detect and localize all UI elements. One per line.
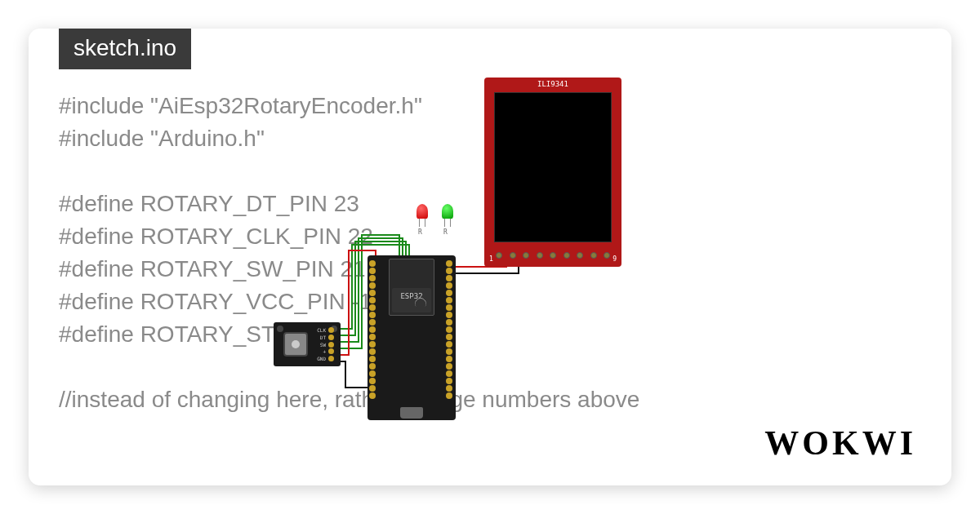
esp32-pin [369,378,376,384]
esp32-pin [369,326,376,333]
esp32-pin [369,282,376,289]
esp32-pin [369,304,376,311]
mount-hole [277,326,283,332]
led-leg [450,219,451,227]
rotary-pin-row: SW [314,342,339,348]
lcd-pin [550,252,556,259]
rotary-pin-row: DT [314,335,339,340]
esp32-pin [446,275,452,281]
esp32-pin [369,392,376,399]
led-green[interactable]: R [442,204,453,219]
led-leg [419,219,420,227]
rotary-pin-hole [328,356,334,361]
rotary-pin-label: DT [314,335,326,340]
lcd-pin [590,252,597,259]
lcd-model-label: ILI9341 [484,80,621,88]
esp32-pin [369,341,376,348]
lcd-pin-label-right: 9 [612,255,617,263]
esp32-board[interactable]: ESP32 [368,255,456,420]
lcd-pin [604,252,610,259]
esp32-pin [446,268,452,274]
esp32-pin [446,290,452,296]
rotary-pin-label: SW [314,342,326,348]
rotary-pins: CLKDTSW+GND [314,327,339,361]
led-red-label: R [418,228,422,236]
circuit-canvas: ILI9341 1 9 R R ESP32 [274,78,731,428]
esp32-pin [446,363,452,370]
esp32-pins-right [446,260,454,399]
rotary-pin-row: + [314,348,339,354]
esp32-pin [446,392,452,399]
lcd-pin [523,252,529,259]
lcd-pin [537,252,543,259]
esp32-pin [446,356,452,362]
rotary-pin-label: CLK [314,327,326,333]
esp32-usb-port [400,407,423,419]
esp32-pin [369,363,376,370]
esp32-pin [446,326,452,333]
lcd-ili9341[interactable]: ILI9341 1 9 [484,78,621,267]
esp32-pin [446,378,452,384]
lcd-pin [577,252,583,259]
esp32-pin [369,275,376,281]
lcd-pin [510,252,516,259]
rotary-pin-label: + [314,348,326,354]
esp32-pin [446,304,452,311]
wokwi-logo: WOKWI [764,423,916,463]
lcd-pin [564,252,570,259]
lcd-screen [494,92,612,242]
esp32-pin [369,319,376,326]
esp32-pin [369,260,376,267]
esp32-pin [369,385,376,392]
esp32-pin [369,348,376,355]
esp32-pin [369,290,376,296]
project-card: sketch.ino #include "AiEsp32RotaryEncode… [29,29,951,485]
esp32-pin [446,282,452,289]
esp32-pin [369,356,376,362]
esp32-pin [446,348,452,355]
led-leg [425,219,425,227]
esp32-pin [369,268,376,274]
file-tab-label: sketch.ino [74,35,176,60]
file-tab[interactable]: sketch.ino [59,29,191,69]
rotary-pin-hole [328,342,334,348]
esp32-pin [446,297,452,304]
rotary-pin-row: GND [314,356,339,361]
esp32-pin [369,334,376,340]
led-leg [444,219,445,227]
esp32-pin [446,319,452,326]
rotary-pin-hole [328,327,334,333]
rotary-pin-label: GND [314,356,326,361]
esp32-pin [369,297,376,304]
rotary-pin-hole [328,335,334,340]
esp32-pin [446,334,452,340]
rotary-knob[interactable] [283,332,308,357]
led-green-label: R [443,228,448,236]
esp32-pin [369,370,376,377]
lcd-pin-row [496,247,610,264]
esp32-pin [446,341,452,348]
esp32-pin [446,370,452,377]
esp32-pin [446,312,452,318]
lcd-pin [496,252,502,259]
led-red[interactable]: R [416,204,428,219]
lcd-pin-label-left: 1 [489,255,493,263]
rotary-encoder[interactable]: CLKDTSW+GND [274,322,341,366]
wokwi-logo-text: WOKWI [764,424,916,462]
esp32-pins-left [369,260,377,399]
esp32-pin [446,385,452,392]
rotary-pin-hole [328,348,334,354]
esp32-pin [446,260,452,267]
rotary-pin-row: CLK [314,327,339,333]
esp32-pin [369,312,376,318]
